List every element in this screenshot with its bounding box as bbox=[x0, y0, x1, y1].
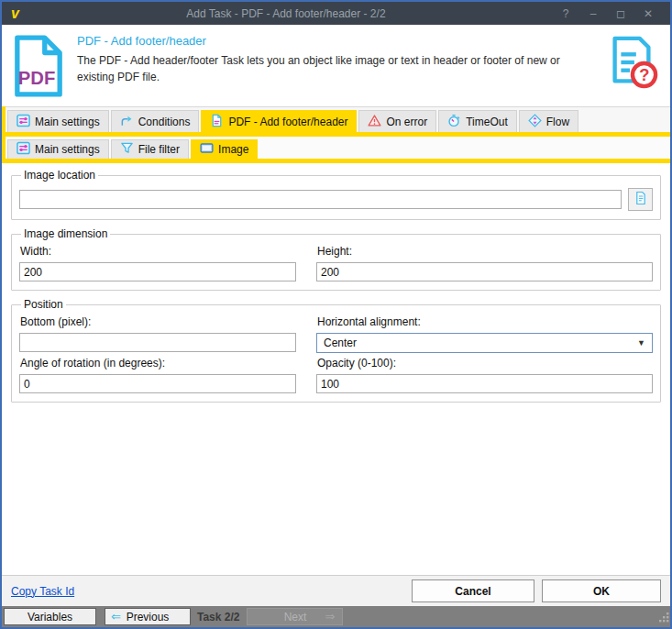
title-bar: v Add Task - PDF - Add footer/header - 2… bbox=[2, 2, 670, 25]
maximize-button[interactable]: ◻ bbox=[608, 4, 633, 23]
horizontal-alignment-label: Horizontal alignment: bbox=[317, 315, 653, 328]
image-location-group: Image location bbox=[11, 169, 661, 220]
group-legend: Image dimension bbox=[21, 227, 110, 240]
ok-button[interactable]: OK bbox=[542, 579, 661, 602]
error-triangle-icon bbox=[368, 114, 381, 130]
height-input[interactable] bbox=[316, 262, 653, 281]
opacity-label: Opacity (0-100): bbox=[317, 357, 653, 370]
conditions-branch-icon bbox=[120, 114, 134, 130]
group-legend: Image location bbox=[21, 169, 98, 182]
width-input[interactable] bbox=[19, 262, 296, 281]
tab-label: Image bbox=[218, 143, 248, 156]
task-page-indicator: Task 2/2 bbox=[191, 608, 245, 625]
tab-image[interactable]: Image bbox=[191, 139, 258, 159]
window-controls: ? – ◻ ✕ bbox=[553, 4, 661, 23]
tab-on-error[interactable]: On error bbox=[358, 110, 436, 132]
tab-file-filter[interactable]: File filter bbox=[111, 139, 189, 159]
tab-strips: Main settings Conditions PDF - Add foote… bbox=[2, 106, 670, 163]
dialog-footer: Copy Task Id Cancel OK bbox=[2, 575, 670, 606]
task-description: The PDF - Add header/footer Task lets yo… bbox=[77, 52, 591, 85]
image-dimension-group: Image dimension Width: Height: bbox=[11, 227, 661, 291]
pdf-document-icon: PDF bbox=[13, 34, 64, 98]
tab-label: Main settings bbox=[35, 143, 100, 156]
bottom-pixel-input[interactable] bbox=[19, 333, 296, 352]
bottom-pixel-label: Bottom (pixel): bbox=[20, 315, 296, 328]
close-button[interactable]: ✕ bbox=[635, 4, 661, 23]
previous-label: Previous bbox=[127, 611, 170, 623]
tab-timeout[interactable]: TimeOut bbox=[438, 110, 517, 132]
help-button[interactable]: ? bbox=[553, 4, 578, 23]
next-button[interactable]: Next ⇒ bbox=[247, 608, 343, 625]
cancel-button[interactable]: Cancel bbox=[412, 579, 534, 602]
pdf-file-icon bbox=[210, 114, 224, 130]
next-label: Next bbox=[284, 611, 307, 623]
tab-label: Conditions bbox=[138, 116, 191, 128]
svg-text:?: ? bbox=[639, 65, 649, 84]
arrow-left-icon: ⇐ bbox=[111, 611, 121, 623]
add-task-dialog: v Add Task - PDF - Add footer/header - 2… bbox=[0, 0, 672, 629]
settings-sliders-icon bbox=[17, 114, 30, 130]
image-tab-panel: Image location Image dimension Width: He… bbox=[2, 163, 670, 575]
previous-button[interactable]: ⇐ Previous bbox=[105, 608, 191, 625]
angle-of-rotation-label: Angle of rotation (in degrees): bbox=[20, 357, 296, 370]
tab-conditions[interactable]: Conditions bbox=[111, 110, 200, 132]
settings-sliders-icon bbox=[17, 141, 30, 158]
minimize-button[interactable]: – bbox=[580, 4, 606, 23]
browse-file-button[interactable] bbox=[628, 188, 653, 211]
filter-funnel-icon bbox=[120, 141, 134, 158]
tab-pdf-add-footer-header[interactable]: PDF - Add footer/header bbox=[201, 110, 357, 132]
tab-label: On error bbox=[386, 116, 427, 128]
horizontal-alignment-select[interactable]: Center ▼ bbox=[316, 333, 653, 353]
tab-label: Flow bbox=[546, 116, 569, 128]
document-browse-icon bbox=[633, 191, 648, 208]
tab-main-settings[interactable]: Main settings bbox=[7, 110, 109, 132]
document-help-icon[interactable]: ? bbox=[604, 34, 659, 91]
svg-text:PDF: PDF bbox=[18, 68, 56, 88]
selected-option: Center bbox=[324, 337, 357, 349]
position-group: Position Bottom (pixel): Horizontal alig… bbox=[11, 298, 661, 403]
tab-label: TimeOut bbox=[466, 116, 508, 128]
angle-of-rotation-input[interactable] bbox=[19, 374, 296, 393]
chevron-down-icon: ▼ bbox=[637, 338, 645, 348]
task-header-text: PDF - Add footer/header The PDF - Add he… bbox=[77, 32, 591, 103]
task-title: PDF - Add footer/header bbox=[77, 34, 591, 48]
primary-tab-strip: Main settings Conditions PDF - Add foote… bbox=[6, 106, 670, 132]
group-legend: Position bbox=[21, 298, 66, 311]
tab-label: File filter bbox=[138, 143, 180, 156]
arrow-right-icon: ⇒ bbox=[325, 611, 336, 623]
resize-grip[interactable] bbox=[658, 610, 669, 626]
visualcron-logo-icon: v bbox=[11, 6, 19, 21]
image-location-input[interactable] bbox=[19, 190, 622, 209]
image-icon bbox=[200, 141, 214, 158]
copy-task-id-link[interactable]: Copy Task Id bbox=[11, 585, 74, 598]
secondary-tab-strip: Main settings File filter Image bbox=[6, 137, 670, 159]
opacity-input[interactable] bbox=[316, 374, 653, 393]
flow-diamond-icon bbox=[528, 114, 542, 130]
tab-flow[interactable]: Flow bbox=[519, 110, 578, 132]
window-title: Add Task - PDF - Add footer/header - 2/2 bbox=[19, 7, 553, 20]
width-label: Width: bbox=[20, 245, 296, 258]
status-bar: Variables ⇐ Previous Task 2/2 Next ⇒ bbox=[2, 606, 670, 627]
height-label: Height: bbox=[317, 245, 653, 258]
tab-label: PDF - Add footer/header bbox=[228, 116, 347, 128]
tab-label: Main settings bbox=[35, 116, 100, 128]
stopwatch-icon bbox=[447, 114, 461, 130]
variables-button[interactable]: Variables bbox=[4, 608, 96, 625]
task-header: PDF PDF - Add footer/header The PDF - Ad… bbox=[2, 25, 670, 106]
tab-main-settings-sub[interactable]: Main settings bbox=[7, 139, 109, 159]
